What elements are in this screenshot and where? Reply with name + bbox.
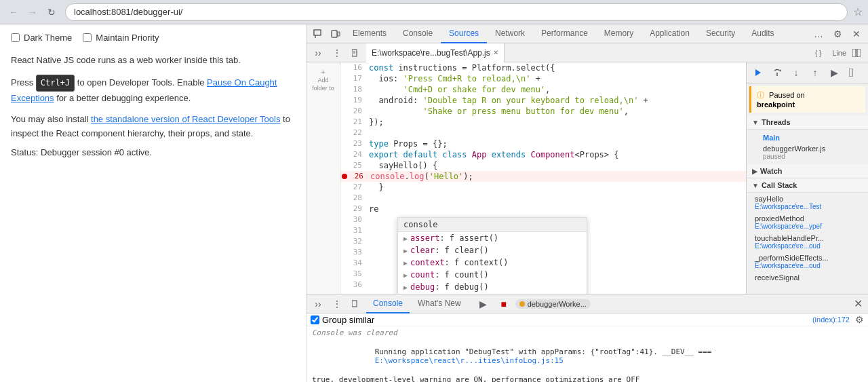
toggle-sources-panel[interactable] [848,44,865,62]
settings-button[interactable]: ⚙ [829,25,846,43]
paused-title: Paused on [769,91,805,99]
group-similar-label: Group similar [322,315,374,325]
ac-item-count[interactable]: ▶ count: f count() [398,269,587,281]
callstack-item-touchable[interactable]: touchableHandlePr... E:\workspace\re...o… [747,232,868,252]
tab-sources[interactable]: Sources [441,24,487,43]
url-text: localhost:8081/debugger-ui/ [74,7,839,17]
forward-button[interactable]: → [24,4,41,20]
console-stop-button[interactable]: ■ [495,295,513,313]
ac-text: count: f count() [410,270,489,280]
close-source-tab[interactable]: ✕ [493,49,498,56]
code-line-27: 27 } [340,182,746,193]
source-body: + Add folder to 16 const instructions = … [307,62,868,294]
bookmark-button[interactable]: ☆ [853,5,863,18]
console-menu-button[interactable]: ⋮ [328,295,346,313]
tab-audits[interactable]: Audits [743,24,782,43]
callstack-section-header[interactable]: ▼ Call Stack [747,178,868,193]
tab-application[interactable]: Application [642,24,698,43]
autocomplete-dropdown[interactable]: console ▶ assert: f assert() ▶ clear: f … [397,217,587,294]
keyboard-shortcut: Ctrl+J [36,75,75,92]
callstack-item-receive[interactable]: receiveSignal [747,271,868,284]
maintain-priority-checkbox[interactable] [83,33,92,42]
step-over-button[interactable] [768,64,786,81]
resume-button[interactable] [749,64,767,81]
step-button[interactable]: ▶ [825,64,843,81]
console-close-button[interactable]: ✕ [851,297,865,310]
paused-icon: ⓘ [757,91,764,99]
console-more-button[interactable]: ›› [309,295,327,313]
infolog-link[interactable]: E:\workspace\react\r...ities\infoLog.js:… [375,356,564,365]
source-toolbar: ›› ⋮ E:\workspace\re...bugTest\App.js ✕ … [307,43,868,62]
ac-item-assert[interactable]: ▶ assert: f assert() [398,232,587,244]
console-format-button[interactable] [347,295,365,313]
callstack-item-perform[interactable]: _performSideEffects... E:\workspace\re..… [747,252,868,271]
console-tab-whatsnew[interactable]: What's New [411,294,468,313]
tab-security[interactable]: Security [698,24,743,43]
standalone-tools-link[interactable]: the standalone version of React Develope… [91,114,280,124]
more-tools-button[interactable]: … [810,25,827,43]
console-toolbar-controls: ▶ ■ debuggerWorke... [475,295,591,313]
line-col-indicator: Line [832,49,846,57]
debugger-worker-item[interactable]: debuggerWorker.js paused [752,143,863,161]
debug-controls: ↓ ↑ ▶ [747,62,868,83]
tab-memory[interactable]: Memory [596,24,642,43]
tab-network[interactable]: Network [487,24,533,43]
step-into-button[interactable]: ↓ [787,64,805,81]
autocomplete-list: ▶ assert: f assert() ▶ clear: f clear() … [398,232,587,294]
add-folder-button[interactable]: + Add folder to [307,65,340,95]
format-source-button[interactable]: { } [810,44,828,62]
close-devtools-button[interactable]: ✕ [848,25,865,43]
ac-text: assert: f assert() [410,233,498,243]
code-line-25: 25 sayHello() { [340,160,746,171]
code-line-19: 19 android: 'Double tap R on your keyboa… [340,95,746,106]
ac-item-clear[interactable]: ▶ clear: f clear() [398,244,587,256]
group-similar-checkbox[interactable] [311,316,319,324]
console-exec-button[interactable]: ▶ [475,295,492,313]
maintain-priority-checkbox-label[interactable]: Maintain Priority [83,33,159,43]
paragraph1: React Native JS code runs as a web worke… [11,54,295,68]
source-menu-button[interactable]: ⋮ [328,44,346,62]
code-line-28: 28 [340,193,746,204]
inspect-element-button[interactable] [309,25,327,43]
paragraph3: You may also install the standalone vers… [11,113,295,141]
nav-buttons: ← → ↻ [5,4,60,20]
watch-section-header[interactable]: ▶ Watch [747,164,868,178]
console-settings-button[interactable]: ⚙ [855,314,864,325]
dark-theme-checkbox[interactable] [11,33,20,42]
code-line-17: 17 ios: 'Press Cmd+R to reload,\n' + [340,73,746,84]
toggle-panel-button[interactable] [844,64,862,81]
back-button[interactable]: ← [5,4,22,20]
main-thread-item[interactable]: Main [752,132,863,143]
browser-chrome: ← → ↻ localhost:8081/debugger-ui/ ☆ [0,0,868,24]
address-bar[interactable]: localhost:8081/debugger-ui/ [65,3,848,21]
step-out-button[interactable]: ↑ [806,64,824,81]
autocomplete-header: console [398,218,587,232]
tab-elements[interactable]: Elements [344,24,395,43]
device-mode-button[interactable] [327,25,344,43]
tab-performance[interactable]: Performance [533,24,596,43]
callstack-item-proxied[interactable]: proxiedMethod E:\workspace\re...ypef [747,212,868,232]
dark-theme-checkbox-label[interactable]: Dark Theme [11,33,72,43]
ac-item-dir[interactable]: ▶ dir: f dir() [398,293,587,294]
paragraph2: Press Ctrl+J to open Developer Tools. En… [11,75,295,106]
threads-section-header[interactable]: ▼ Threads [747,115,868,130]
callstack-arrow-icon: ▼ [752,182,759,189]
worker-paused-label: paused [763,153,857,160]
console-tab-console[interactable]: Console [366,294,410,313]
more-sources-button[interactable]: ›› [309,44,327,62]
code-editor[interactable]: 16 const instructions = Platform.select(… [340,62,746,294]
tab-console[interactable]: Console [395,24,441,43]
reload-button[interactable]: ↻ [43,4,60,20]
callstack-item-sayhello[interactable]: sayHello E:\workspace\re...Test [747,193,868,212]
svg-rect-2 [332,31,337,37]
breakpoint-dot [342,174,347,179]
watch-arrow-icon: ▶ [752,168,757,175]
right-side-panel: ↓ ↑ ▶ ⓘ Paused on breakpoint [746,62,868,294]
group-similar-row: Group similar (index):172 ⚙ [307,313,868,326]
source-file-tab[interactable]: E:\workspace\re...bugTest\App.js ✕ [366,43,505,62]
toggle-source-button[interactable] [347,44,365,62]
code-line-20: 20 'Shake or press menu button for dev m… [340,106,746,117]
index-link[interactable]: (index):172 [812,316,850,324]
ac-item-context[interactable]: ▶ context: f context() [398,256,587,269]
ac-item-debug[interactable]: ▶ debug: f debug() [398,281,587,293]
